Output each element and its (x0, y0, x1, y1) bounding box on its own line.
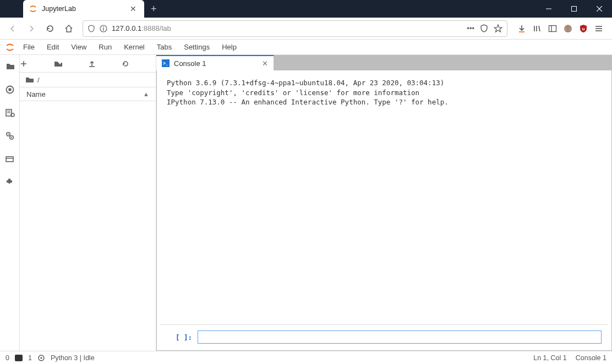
sort-ascending-icon: ▲ (143, 91, 149, 97)
tab-console-1[interactable]: >_ Console 1 ✕ (156, 55, 274, 70)
folder-icon (25, 76, 34, 84)
breadcrumb-root: / (37, 76, 40, 84)
activity-bar (0, 55, 20, 351)
new-launcher-button[interactable] (20, 60, 54, 68)
prompt-label: [ ]: (167, 333, 198, 341)
tab-close-icon[interactable]: ✕ (262, 59, 268, 68)
status-cursor[interactable]: Ln 1, Col 1 (533, 354, 566, 362)
svg-point-5 (103, 26, 104, 27)
svg-point-14 (567, 26, 570, 29)
sidebar-icon[interactable] (548, 24, 557, 33)
console-banner: Python 3.6.9 (7.3.1+dfsg-4~ppa1~ubuntu18… (167, 78, 602, 107)
file-browser-panel: / Name ▲ (20, 55, 156, 351)
status-kernels-count[interactable]: 1 (28, 354, 32, 362)
work-tabbar: >_ Console 1 ✕ (156, 55, 612, 70)
menu-settings[interactable]: Settings (178, 41, 215, 53)
nav-back-button[interactable] (4, 20, 21, 37)
console-input[interactable] (198, 330, 602, 344)
more-actions-icon[interactable]: ••• (467, 24, 474, 32)
browser-right-tools: u (513, 24, 608, 33)
hamburger-menu-icon[interactable] (594, 24, 603, 33)
browser-tab[interactable]: JupyterLab ✕ (23, 0, 144, 18)
window-maximize-button[interactable] (561, 0, 587, 18)
file-list-header[interactable]: Name ▲ (20, 87, 156, 101)
activity-settings[interactable] (0, 124, 20, 147)
browser-tab-close-icon[interactable]: ✕ (128, 4, 139, 13)
refresh-button[interactable] (122, 60, 156, 68)
account-avatar-icon[interactable] (564, 24, 572, 33)
downloads-icon[interactable] (517, 24, 526, 33)
menu-edit[interactable]: Edit (41, 41, 64, 53)
url-bar[interactable]: 127.0.0.1:8888/lab ••• (83, 20, 507, 37)
console-icon: >_ (162, 59, 170, 67)
breadcrumb[interactable]: / (20, 73, 156, 87)
tracking-shield-icon[interactable] (88, 25, 95, 32)
ublock-icon[interactable]: u (579, 24, 588, 33)
menu-view[interactable]: View (65, 41, 92, 53)
new-folder-button[interactable] (54, 60, 88, 68)
browser-tab-title: JupyterLab (42, 5, 123, 13)
nav-home-button[interactable] (61, 20, 77, 37)
menu-tabs[interactable]: Tabs (151, 41, 177, 53)
activity-extensions[interactable] (0, 170, 20, 194)
activity-commands[interactable] (0, 101, 20, 124)
svg-rect-11 (549, 25, 556, 31)
reader-protection-icon[interactable] (480, 24, 488, 32)
menu-run[interactable]: Run (93, 41, 117, 53)
menu-kernel[interactable]: Kernel (118, 41, 150, 53)
svg-text:u: u (582, 26, 585, 31)
status-bar: 0 1 Python 3 | Idle Ln 1, Col 1 Console … (0, 351, 612, 364)
window-close-button[interactable] (587, 0, 612, 18)
activity-running[interactable] (0, 78, 20, 101)
console-input-row: [ ]: (160, 324, 608, 347)
status-mode[interactable]: Console 1 (576, 354, 606, 362)
svg-rect-29 (6, 157, 13, 162)
svg-rect-6 (103, 28, 103, 31)
window-minimize-button[interactable] (536, 0, 561, 18)
window-controls (536, 0, 612, 18)
svg-point-37 (40, 357, 42, 359)
svg-line-10 (539, 26, 540, 31)
jupyter-logo-icon[interactable] (3, 41, 17, 54)
tab-label: Console 1 (174, 59, 258, 68)
upload-button[interactable] (88, 60, 122, 68)
name-column-header: Name (26, 90, 46, 98)
svg-point-26 (7, 134, 8, 135)
jupyter-favicon (29, 4, 37, 13)
terminal-icon[interactable] (15, 355, 23, 361)
site-info-icon[interactable] (100, 25, 107, 32)
new-tab-button[interactable]: + (144, 3, 163, 15)
activity-tabs[interactable] (0, 147, 20, 170)
activity-filebrowser[interactable] (0, 55, 20, 78)
svg-point-28 (10, 137, 12, 138)
window-titlebar: JupyterLab ✕ + (0, 0, 612, 18)
browser-toolbar: 127.0.0.1:8888/lab ••• u (0, 18, 612, 40)
svg-rect-1 (572, 7, 577, 12)
file-list-empty (20, 101, 156, 351)
console-panel: Python 3.6.9 (7.3.1+dfsg-4~ppa1~ubuntu18… (156, 70, 612, 351)
file-toolbar (20, 55, 156, 73)
nav-forward-button[interactable] (23, 20, 40, 37)
url-text: 127.0.0.1:8888/lab (112, 24, 171, 32)
status-kernel[interactable]: Python 3 | Idle (51, 354, 95, 362)
console-output-area[interactable] (167, 107, 602, 325)
menu-file[interactable]: File (18, 41, 40, 53)
work-area: >_ Console 1 ✕ Python 3.6.9 (7.3.1+dfsg-… (156, 55, 612, 351)
bookmark-star-icon[interactable] (494, 24, 502, 33)
status-terminals-count[interactable]: 0 (6, 354, 9, 362)
kernel-gear-icon[interactable] (37, 354, 45, 362)
library-icon[interactable] (533, 24, 542, 33)
svg-rect-20 (8, 89, 11, 91)
nav-reload-button[interactable] (42, 20, 58, 37)
menu-help[interactable]: Help (216, 41, 242, 53)
jupyter-menubar: File Edit View Run Kernel Tabs Settings … (0, 40, 612, 55)
